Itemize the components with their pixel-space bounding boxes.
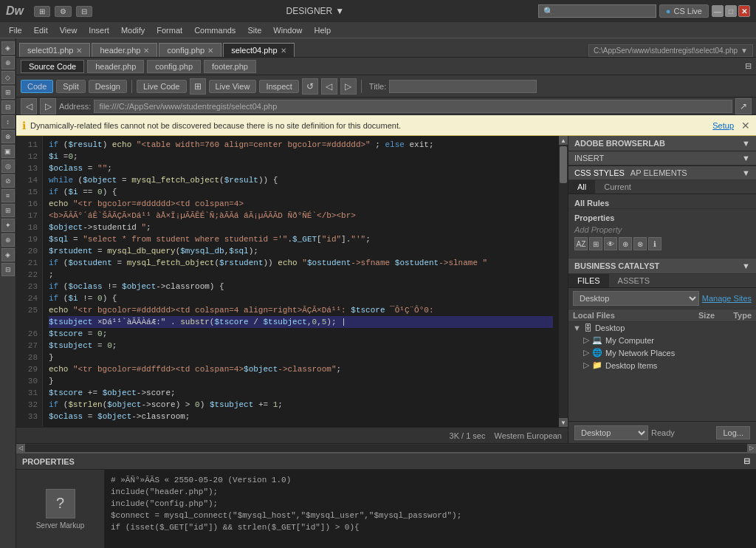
assets-tab[interactable]: ASSETS bbox=[609, 274, 659, 287]
maximize-button[interactable]: □ bbox=[725, 5, 737, 17]
sidebar-icon-15[interactable]: ◈ bbox=[1, 248, 15, 261]
setup-link[interactable]: Setup bbox=[712, 121, 734, 130]
menu-insert[interactable]: Insert bbox=[83, 24, 115, 36]
menu-site[interactable]: Site bbox=[241, 24, 267, 36]
layout-icon-btn[interactable]: ⊟ bbox=[76, 6, 92, 17]
live-code-button[interactable]: Live Code bbox=[137, 80, 187, 93]
tree-item-desktop[interactable]: ▼ 🗄 Desktop bbox=[568, 322, 756, 334]
code-textarea[interactable]: if ($result) echo "<table width=760 alig… bbox=[43, 136, 559, 427]
sidebar-icon-16[interactable]: ⊟ bbox=[1, 263, 15, 276]
sidebar-icon-9[interactable]: ◎ bbox=[1, 160, 15, 173]
scroll-up-arrow[interactable]: ▲ bbox=[559, 136, 568, 145]
horizontal-scrollbar[interactable]: ◁ ▷ bbox=[16, 443, 756, 452]
sidebar-icon-14[interactable]: ⊕ bbox=[1, 233, 15, 247]
site-select[interactable]: Desktop bbox=[573, 291, 699, 306]
title-input[interactable] bbox=[389, 80, 537, 93]
menu-format[interactable]: Format bbox=[151, 24, 188, 36]
sidebar-icon-7[interactable]: ⊗ bbox=[1, 130, 15, 143]
close-button[interactable]: ✕ bbox=[738, 5, 750, 17]
css-tab-all[interactable]: All bbox=[568, 180, 595, 193]
sidebar-icon-1[interactable]: ◈ bbox=[1, 41, 15, 55]
hscroll-right-arrow[interactable]: ▷ bbox=[747, 444, 756, 453]
grid-icon-btn[interactable]: ⊞ bbox=[34, 6, 50, 17]
sidebar-icon-6[interactable]: ↕ bbox=[1, 115, 15, 129]
tree-item-network[interactable]: ▷ 🌐 My Network Places bbox=[568, 346, 756, 359]
panel-site-select[interactable]: Desktop bbox=[574, 425, 648, 440]
tab-close-header[interactable]: ✕ bbox=[143, 47, 149, 55]
search-input[interactable] bbox=[538, 4, 656, 18]
css-collapse[interactable]: ▼ bbox=[742, 168, 750, 177]
toolbar-icon-1[interactable]: ⊞ bbox=[190, 78, 206, 95]
props-expand-icon[interactable]: ⊟ bbox=[743, 456, 750, 466]
alert-close-icon[interactable]: ✕ bbox=[741, 120, 750, 131]
panel-collapse[interactable]: ▼ bbox=[742, 139, 750, 148]
css-tab-current[interactable]: Current bbox=[595, 180, 640, 193]
live-view-button[interactable]: Live View bbox=[209, 80, 257, 93]
subtab-header[interactable]: header.php bbox=[87, 60, 144, 73]
sidebar-icon-11[interactable]: ≡ bbox=[1, 189, 15, 202]
tab-select04[interactable]: select04.php ✕ bbox=[223, 43, 294, 57]
inspect-button[interactable]: Inspect bbox=[259, 80, 298, 93]
eye-icon[interactable]: 👁 bbox=[604, 237, 617, 250]
settings-icon-btn[interactable]: ⚙ bbox=[55, 6, 72, 17]
expand-icon-mycomputer[interactable]: ▷ bbox=[583, 335, 589, 345]
tab-close-select04[interactable]: ✕ bbox=[281, 47, 286, 55]
copy-icon[interactable]: ⊕ bbox=[619, 237, 632, 250]
menu-modify[interactable]: Modify bbox=[115, 24, 151, 36]
vertical-scrollbar[interactable]: ▲ ▼ bbox=[559, 136, 568, 427]
menu-view[interactable]: View bbox=[54, 24, 83, 36]
ap-elements-label[interactable]: AP ELEMENTS bbox=[630, 168, 687, 177]
tree-item-desktop-items[interactable]: ▷ 📁 Desktop Items bbox=[568, 359, 756, 371]
menu-edit[interactable]: Edit bbox=[28, 24, 54, 36]
subtab-config[interactable]: config.php bbox=[147, 60, 201, 73]
forward-icon[interactable]: ▷ bbox=[340, 78, 357, 95]
tab-close-config[interactable]: ✕ bbox=[207, 47, 213, 55]
tab-config[interactable]: config.php ✕ bbox=[159, 43, 221, 57]
sidebar-icon-10[interactable]: ⊘ bbox=[1, 174, 15, 188]
menu-commands[interactable]: Commands bbox=[188, 24, 241, 36]
sidebar-icon-2[interactable]: ⊕ bbox=[1, 56, 15, 69]
insert-collapse[interactable]: ▼ bbox=[742, 154, 750, 162]
log-button[interactable]: Log... bbox=[716, 426, 750, 439]
nav-left-icon[interactable]: ◁ bbox=[21, 98, 37, 114]
address-go-icon[interactable]: ↗ bbox=[735, 98, 752, 114]
sidebar-icon-8[interactable]: ▣ bbox=[1, 145, 15, 158]
refresh-icon[interactable]: ↺ bbox=[302, 78, 318, 95]
filter-icon[interactable]: ⊟ bbox=[745, 61, 752, 71]
design-button[interactable]: Design bbox=[89, 80, 127, 93]
delete-icon[interactable]: ⊗ bbox=[633, 237, 647, 250]
back-icon[interactable]: ◁ bbox=[321, 78, 337, 95]
tab-header[interactable]: header.php ✕ bbox=[92, 43, 157, 57]
menu-file[interactable]: File bbox=[3, 24, 28, 36]
expand-icon[interactable]: ⊞ bbox=[589, 237, 602, 250]
sidebar-icon-13[interactable]: ✦ bbox=[1, 219, 15, 232]
minimize-button[interactable]: — bbox=[712, 5, 724, 17]
expand-icon-desktop-items[interactable]: ▷ bbox=[583, 360, 589, 370]
info-icon[interactable]: ℹ bbox=[648, 237, 662, 250]
menu-window[interactable]: Window bbox=[267, 24, 308, 36]
menu-help[interactable]: Help bbox=[308, 24, 337, 36]
expand-icon-network[interactable]: ▷ bbox=[583, 348, 589, 357]
scroll-thumb[interactable] bbox=[560, 146, 567, 183]
sidebar-icon-5[interactable]: ⊟ bbox=[1, 100, 15, 114]
scroll-down-arrow[interactable]: ▼ bbox=[559, 418, 568, 427]
sidebar-icon-3[interactable]: ◇ bbox=[1, 71, 15, 84]
tree-item-mycomputer[interactable]: ▷ 💻 My Computer bbox=[568, 334, 756, 346]
nav-right-icon[interactable]: ▷ bbox=[40, 98, 56, 114]
subtab-footer[interactable]: footer.php bbox=[204, 60, 256, 73]
expand-icon-desktop[interactable]: ▼ bbox=[573, 323, 581, 332]
manage-sites-link[interactable]: Manage Sites bbox=[702, 294, 752, 303]
css-styles-label[interactable]: CSS STYLES bbox=[574, 168, 625, 177]
files-tab[interactable]: FILES bbox=[568, 274, 609, 287]
subtab-source-code[interactable]: Source Code bbox=[21, 60, 84, 73]
address-input[interactable] bbox=[94, 100, 732, 113]
split-button[interactable]: Split bbox=[56, 80, 85, 93]
tab-close-select01[interactable]: ✕ bbox=[76, 47, 82, 55]
hscroll-left-arrow[interactable]: ◁ bbox=[16, 444, 25, 453]
sidebar-icon-4[interactable]: ⊞ bbox=[1, 86, 15, 99]
bc-collapse[interactable]: ▼ bbox=[742, 261, 750, 270]
code-button[interactable]: Code bbox=[21, 80, 53, 93]
cs-live-button[interactable]: ● CS Live bbox=[659, 4, 709, 18]
sort-az-icon[interactable]: AZ bbox=[574, 237, 588, 250]
path-icon[interactable]: ▼ bbox=[740, 47, 748, 55]
